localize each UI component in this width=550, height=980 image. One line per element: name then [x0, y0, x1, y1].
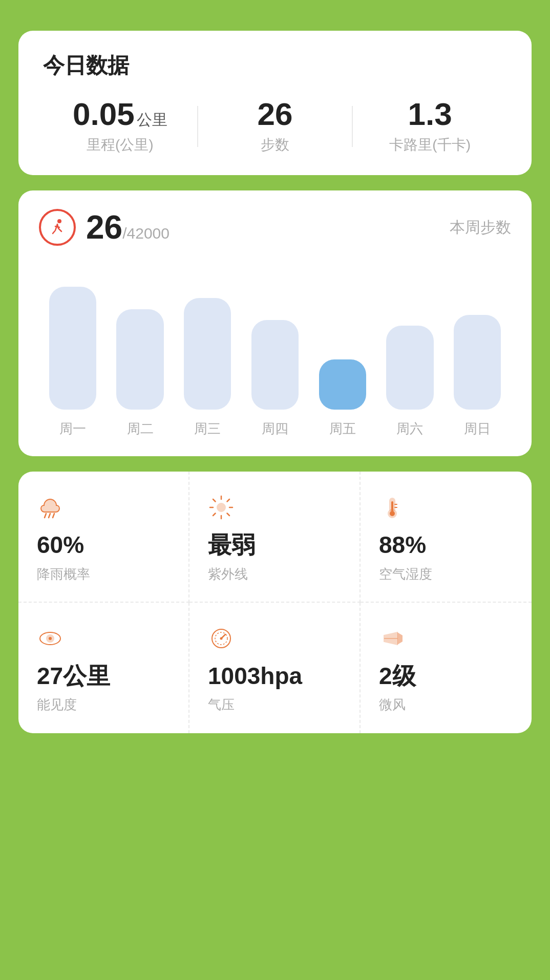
svg-point-21 [49, 637, 52, 640]
pressure-icon [208, 625, 341, 656]
svg-line-10 [227, 514, 230, 516]
day-label-周二: 周二 [107, 420, 174, 438]
bar-col-周四 [241, 266, 309, 410]
run-icon [39, 209, 76, 246]
day-label-周五: 周五 [309, 420, 376, 438]
calories-stat: 1.3 卡路里(千卡) [353, 98, 507, 155]
rain-label: 降雨概率 [37, 565, 170, 583]
wind-label: 微风 [379, 696, 513, 714]
svg-line-12 [213, 514, 216, 516]
pressure-label: 气压 [208, 696, 341, 714]
svg-point-25 [220, 637, 223, 640]
day-label-周一: 周一 [39, 420, 107, 438]
svg-line-9 [213, 499, 216, 502]
wind-value: 2级 [379, 663, 513, 689]
weather-rain-cell: 60% 降雨概率 [18, 472, 189, 603]
day-label-周六: 周六 [376, 420, 444, 438]
runner-svg [47, 217, 68, 238]
uv-icon [208, 494, 341, 525]
humidity-value: 88% [379, 532, 513, 558]
svg-line-1 [45, 514, 46, 518]
visibility-icon [37, 625, 170, 656]
bar-周三 [184, 298, 231, 410]
distance-label: 里程(公里) [87, 135, 154, 155]
svg-point-4 [217, 503, 225, 512]
distance-stat: 0.05公里 里程(公里) [43, 98, 197, 155]
svg-point-0 [57, 219, 61, 223]
bar-周日 [454, 315, 501, 410]
uv-value: 最弱 [208, 532, 341, 558]
today-data-card: 今日数据 0.05公里 里程(公里) 26 步数 1.3 卡路里(千卡) [18, 31, 532, 175]
humidity-icon [379, 494, 513, 525]
bar-col-周六 [376, 266, 444, 410]
day-labels: 周一周二周三周四周五周六周日 [39, 420, 511, 438]
steps-header: 26/42000 本周步数 [39, 209, 511, 246]
uv-label: 紫外线 [208, 565, 341, 583]
visibility-label: 能见度 [37, 696, 170, 714]
steps-label: 步数 [261, 135, 289, 155]
weekly-steps-number: 26/42000 [86, 211, 170, 244]
svg-line-3 [53, 514, 54, 518]
weekly-steps-card: 26/42000 本周步数 周一周二周三周四周五周六周日 [18, 190, 532, 456]
weather-card: 60% 降雨概率 最弱 紫外线 [18, 472, 532, 733]
day-label-周四: 周四 [241, 420, 309, 438]
calories-label: 卡路里(千卡) [389, 135, 471, 155]
day-label-周日: 周日 [443, 420, 511, 438]
bar-周六 [386, 326, 433, 410]
svg-line-11 [227, 499, 230, 502]
weather-uv-cell: 最弱 紫外线 [189, 472, 361, 603]
pressure-value: 1003hpa [208, 663, 341, 689]
weather-wind-cell: 2级 微风 [361, 603, 532, 734]
calories-value: 1.3 [408, 98, 452, 130]
rain-icon [37, 494, 170, 525]
distance-value: 0.05公里 [73, 98, 167, 130]
bar-周五 [319, 359, 366, 410]
weather-humidity-cell: 88% 空气湿度 [361, 472, 532, 603]
bar-col-周二 [107, 266, 174, 410]
visibility-value: 27公里 [37, 663, 170, 689]
svg-point-16 [390, 511, 395, 516]
weather-pressure-cell: 1003hpa 气压 [189, 603, 361, 734]
steps-stat: 26 步数 [198, 98, 352, 155]
weather-visibility-cell: 27公里 能见度 [18, 603, 189, 734]
rain-value: 60% [37, 532, 170, 558]
today-title: 今日数据 [43, 51, 507, 80]
svg-line-2 [49, 514, 50, 518]
bar-周一 [49, 287, 96, 410]
bar-周二 [116, 309, 163, 410]
humidity-label: 空气湿度 [379, 565, 513, 583]
week-label: 本周步数 [450, 217, 511, 238]
day-label-周三: 周三 [174, 420, 241, 438]
bar-col-周三 [174, 266, 241, 410]
weather-grid: 60% 降雨概率 最弱 紫外线 [18, 472, 532, 733]
wind-icon [379, 625, 513, 656]
bar-chart [39, 266, 511, 410]
bar-周四 [251, 320, 299, 410]
steps-value: 26 [258, 98, 293, 130]
svg-rect-15 [391, 501, 393, 512]
bar-col-周五 [309, 266, 376, 410]
bar-col-周一 [39, 266, 107, 410]
steps-left: 26/42000 [39, 209, 170, 246]
bar-col-周日 [443, 266, 511, 410]
stats-row: 0.05公里 里程(公里) 26 步数 1.3 卡路里(千卡) [43, 98, 507, 155]
